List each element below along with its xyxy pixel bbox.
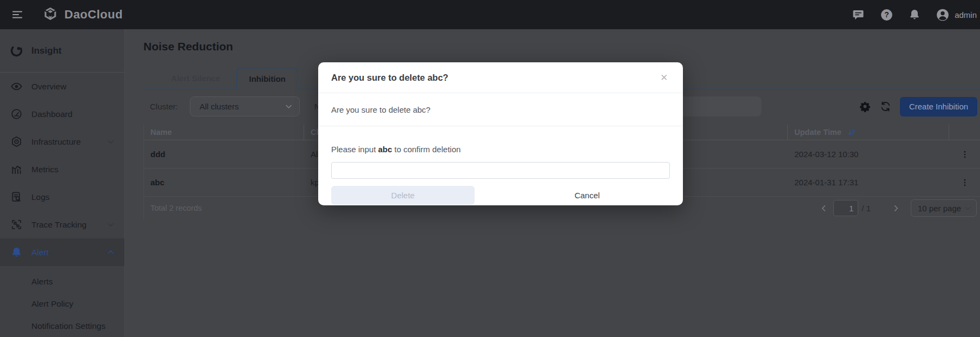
avatar-icon [936,8,950,22]
dialog-header: Are you sure to delete abc? ✕ [318,62,683,93]
notifications-bell-icon[interactable] [907,8,922,22]
help-icon[interactable]: ? [879,8,893,22]
confirm-instruction: Please input abc to confirm deletion [318,134,683,154]
delete-confirm-dialog: Are you sure to delete abc? ✕ Are you su… [318,62,683,205]
top-navbar: DaoCloud ? admin [0,0,980,29]
username: admin [955,10,977,20]
dialog-question: Are you sure to delete abc? [318,93,683,126]
feedback-icon[interactable] [851,8,865,22]
svg-text:?: ? [884,10,889,19]
confirm-name-input[interactable] [331,162,670,179]
cancel-button[interactable]: Cancel [504,190,670,200]
dialog-title: Are you sure to delete abc? [331,73,658,83]
dialog-footer: Delete Cancel [318,186,683,205]
close-icon[interactable]: ✕ [658,72,670,83]
menu-icon[interactable] [9,6,26,23]
app-root: DaoCloud ? admin Insig [0,0,980,337]
confirm-target-name: abc [378,145,392,154]
brand: DaoCloud [41,5,123,24]
user-menu[interactable]: admin [936,8,977,22]
daocloud-logo-icon [41,5,60,24]
brand-name: DaoCloud [64,8,123,22]
delete-button[interactable]: Delete [331,186,475,205]
topbar-actions: ? admin [851,8,980,22]
